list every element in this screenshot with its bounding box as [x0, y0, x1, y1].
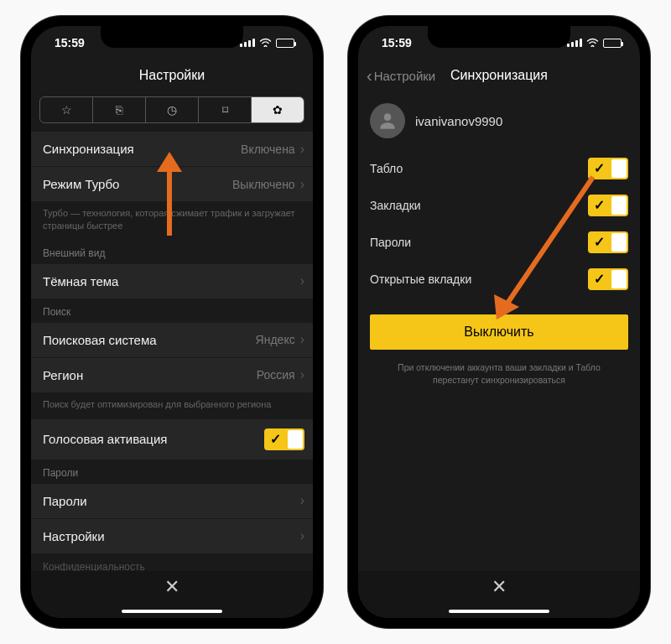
row-bookmarks-label: Закладки [370, 199, 421, 212]
bottom-bar: ✕ [358, 571, 640, 618]
tab-history[interactable]: ◷ [146, 97, 199, 122]
signal-icon [567, 39, 582, 47]
row-voice-label: Голосовая активация [43, 432, 167, 446]
row-region-label: Регион [43, 368, 83, 382]
history-icon: ◷ [167, 103, 177, 117]
warning-text: При отключении аккаунта ваши закладки и … [375, 361, 623, 386]
row-passwords: Пароли ✓ [358, 224, 640, 261]
turbo-description: Турбо — технология, которая сжимает траф… [31, 202, 313, 241]
row-engine-value: Яндекс [256, 333, 295, 346]
row-tabs: Открытые вкладки ✓ [358, 261, 640, 298]
battery-icon [603, 39, 622, 48]
region-description: Поиск будет оптимизирован для выбранного… [31, 393, 313, 419]
row-passwords[interactable]: Пароли › [31, 484, 313, 519]
back-button[interactable]: ‹ Настройки [367, 66, 435, 86]
wifi-icon [586, 37, 599, 49]
voice-toggle[interactable]: ✓ [264, 428, 304, 450]
signal-icon [240, 39, 255, 47]
row-passwords-label: Пароли [43, 494, 87, 508]
username: ivanivanov9990 [415, 114, 502, 128]
page-title: Синхронизация [450, 68, 548, 83]
chevron-right-icon: › [300, 493, 304, 508]
chevron-right-icon: › [300, 177, 304, 192]
row-passwords-label: Пароли [370, 236, 411, 249]
home-indicator [122, 610, 222, 613]
row-region-value: Россия [257, 368, 295, 382]
avatar [370, 103, 405, 138]
passwords-toggle[interactable]: ✓ [588, 231, 628, 253]
close-icon[interactable]: ✕ [492, 576, 507, 598]
phone-right: 15:59 ‹ Настройки Синхронизация ivanivan… [348, 16, 650, 628]
tablo-toggle[interactable]: ✓ [588, 158, 628, 179]
row-sync-label: Синхронизация [43, 142, 134, 156]
row-region[interactable]: Регион Россия› [31, 358, 313, 393]
bookmarks-toggle[interactable]: ✓ [588, 195, 628, 216]
tab-bookmarks[interactable]: ⎘ [93, 97, 146, 122]
row-subsettings-label: Настройки [43, 529, 105, 543]
monitor-icon: ⌑ [222, 103, 228, 117]
notch [428, 26, 570, 48]
chevron-right-icon: › [300, 367, 304, 382]
nav-header: ‹ Настройки Синхронизация [358, 60, 640, 91]
settings-list: Синхронизация Включена› Режим Турбо Выкл… [31, 132, 313, 578]
row-engine-label: Поисковая система [43, 333, 157, 347]
wifi-icon [259, 37, 272, 49]
row-voice[interactable]: Голосовая активация ✓ [31, 419, 313, 460]
profile-row[interactable]: ivanivanov9990 [358, 91, 640, 150]
chevron-right-icon: › [300, 273, 304, 288]
chevron-right-icon: › [300, 142, 304, 157]
row-turbo-value: Выключено [232, 178, 295, 191]
chevron-right-icon: › [300, 332, 304, 347]
phone-left: 15:59 Настройки ☆ ⎘ ◷ ⌑ ✿ Синхронизация … [21, 16, 323, 628]
row-tablo-label: Табло [370, 162, 403, 175]
row-dark-theme[interactable]: Тёмная тема › [31, 264, 313, 299]
sync-options: Табло ✓ Закладки ✓ Пароли ✓ Открытые вкл… [358, 150, 640, 298]
tab-settings[interactable]: ✿ [252, 97, 304, 122]
row-search-engine[interactable]: Поисковая система Яндекс› [31, 323, 313, 358]
tabs-toggle[interactable]: ✓ [588, 268, 628, 290]
page-title: Настройки [139, 68, 205, 83]
nav-header: Настройки [31, 60, 313, 91]
home-indicator [449, 610, 549, 613]
tab-devices[interactable]: ⌑ [199, 97, 252, 122]
tab-favorites[interactable]: ☆ [40, 97, 93, 122]
section-passwords: Пароли [31, 460, 313, 484]
disable-button[interactable]: Выключить [370, 314, 628, 350]
row-bookmarks: Закладки ✓ [358, 187, 640, 224]
row-sync-value: Включена [241, 143, 295, 156]
row-turbo-label: Режим Турбо [43, 177, 119, 191]
section-appearance: Внешний вид [31, 241, 313, 264]
bookmark-icon: ⎘ [116, 103, 122, 117]
row-tabs-label: Открытые вкладки [370, 273, 471, 286]
chevron-left-icon: ‹ [367, 66, 372, 86]
tab-strip: ☆ ⎘ ◷ ⌑ ✿ [39, 96, 304, 123]
chevron-right-icon: › [300, 528, 304, 543]
star-icon: ☆ [61, 103, 72, 117]
gear-icon: ✿ [273, 103, 283, 117]
section-search: Поиск [31, 299, 313, 323]
clock: 15:59 [382, 36, 412, 49]
row-turbo[interactable]: Режим Турбо Выключено› [31, 167, 313, 202]
close-icon[interactable]: ✕ [164, 576, 179, 598]
bottom-bar: ✕ [31, 571, 313, 618]
row-tablo: Табло ✓ [358, 150, 640, 187]
row-dark-label: Тёмная тема [43, 274, 118, 288]
battery-icon [276, 39, 294, 48]
back-label: Настройки [374, 69, 436, 83]
notch [101, 26, 243, 48]
row-subsettings[interactable]: Настройки › [31, 519, 313, 554]
row-sync[interactable]: Синхронизация Включена› [31, 132, 313, 167]
clock: 15:59 [55, 36, 85, 49]
svg-point-2 [384, 113, 392, 121]
